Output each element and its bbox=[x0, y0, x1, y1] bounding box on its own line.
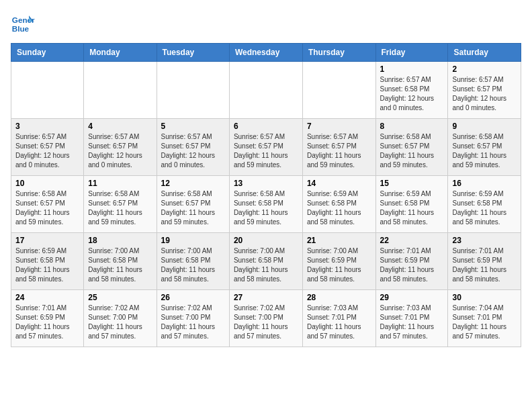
header-day-tuesday: Tuesday bbox=[157, 44, 229, 62]
day-info: Sunrise: 7:04 AMSunset: 7:01 PMDaylight:… bbox=[452, 304, 517, 341]
calendar-cell: 27Sunrise: 7:02 AMSunset: 7:00 PMDayligh… bbox=[229, 290, 302, 347]
week-row-2: 3Sunrise: 6:57 AMSunset: 6:57 PMDaylight… bbox=[11, 119, 521, 176]
day-info: Sunrise: 6:57 AMSunset: 6:57 PMDaylight:… bbox=[15, 132, 79, 170]
day-number: 25 bbox=[88, 293, 152, 302]
header-day-monday: Monday bbox=[84, 44, 157, 62]
calendar-cell: 12Sunrise: 6:58 AMSunset: 6:57 PMDayligh… bbox=[157, 176, 229, 233]
calendar-cell: 1Sunrise: 6:57 AMSunset: 6:58 PMDaylight… bbox=[375, 62, 448, 119]
week-row-4: 17Sunrise: 6:59 AMSunset: 6:58 PMDayligh… bbox=[11, 233, 521, 290]
day-number: 29 bbox=[380, 293, 444, 302]
header-day-saturday: Saturday bbox=[448, 44, 521, 62]
day-info: Sunrise: 6:58 AMSunset: 6:57 PMDaylight:… bbox=[15, 189, 79, 227]
week-row-5: 24Sunrise: 7:01 AMSunset: 6:59 PMDayligh… bbox=[11, 290, 521, 347]
day-number: 11 bbox=[88, 179, 152, 188]
day-info: Sunrise: 7:02 AMSunset: 7:00 PMDaylight:… bbox=[88, 304, 152, 341]
calendar-cell: 17Sunrise: 6:59 AMSunset: 6:58 PMDayligh… bbox=[11, 233, 84, 290]
day-info: Sunrise: 7:00 AMSunset: 6:58 PMDaylight:… bbox=[161, 246, 225, 284]
day-number: 30 bbox=[452, 293, 517, 302]
calendar-cell: 29Sunrise: 7:03 AMSunset: 7:01 PMDayligh… bbox=[375, 290, 448, 347]
day-number: 17 bbox=[15, 236, 79, 245]
calendar-cell bbox=[302, 62, 375, 119]
day-info: Sunrise: 7:03 AMSunset: 7:01 PMDaylight:… bbox=[380, 304, 444, 341]
calendar-cell: 2Sunrise: 6:57 AMSunset: 6:57 PMDaylight… bbox=[448, 62, 521, 119]
logo-icon: General Blue bbox=[11, 11, 35, 35]
day-number: 5 bbox=[161, 122, 225, 131]
day-number: 4 bbox=[88, 122, 152, 131]
day-number: 19 bbox=[161, 236, 225, 245]
calendar-cell: 11Sunrise: 6:58 AMSunset: 6:57 PMDayligh… bbox=[84, 176, 157, 233]
calendar-cell bbox=[11, 62, 84, 119]
calendar-cell: 22Sunrise: 7:01 AMSunset: 6:59 PMDayligh… bbox=[375, 233, 448, 290]
day-info: Sunrise: 6:58 AMSunset: 6:57 PMDaylight:… bbox=[380, 132, 444, 170]
day-info: Sunrise: 7:00 AMSunset: 6:58 PMDaylight:… bbox=[88, 246, 152, 284]
day-number: 12 bbox=[161, 179, 225, 188]
day-info: Sunrise: 6:57 AMSunset: 6:57 PMDaylight:… bbox=[88, 132, 152, 170]
calendar-cell: 6Sunrise: 6:57 AMSunset: 6:57 PMDaylight… bbox=[229, 119, 302, 176]
day-number: 8 bbox=[380, 122, 444, 131]
day-number: 7 bbox=[307, 122, 371, 131]
day-number: 16 bbox=[452, 179, 517, 188]
calendar-header-row: SundayMondayTuesdayWednesdayThursdayFrid… bbox=[11, 44, 521, 62]
calendar-cell: 25Sunrise: 7:02 AMSunset: 7:00 PMDayligh… bbox=[84, 290, 157, 347]
calendar-cell: 14Sunrise: 6:59 AMSunset: 6:58 PMDayligh… bbox=[302, 176, 375, 233]
svg-text:Blue: Blue bbox=[12, 24, 30, 33]
calendar-cell: 7Sunrise: 6:57 AMSunset: 6:57 PMDaylight… bbox=[302, 119, 375, 176]
day-info: Sunrise: 7:02 AMSunset: 7:00 PMDaylight:… bbox=[234, 304, 298, 341]
day-info: Sunrise: 6:59 AMSunset: 6:58 PMDaylight:… bbox=[307, 189, 371, 227]
day-number: 22 bbox=[380, 236, 444, 245]
day-info: Sunrise: 6:57 AMSunset: 6:57 PMDaylight:… bbox=[452, 75, 517, 113]
day-number: 13 bbox=[234, 179, 298, 188]
day-info: Sunrise: 6:58 AMSunset: 6:57 PMDaylight:… bbox=[88, 189, 152, 227]
calendar-cell: 20Sunrise: 7:00 AMSunset: 6:58 PMDayligh… bbox=[229, 233, 302, 290]
day-info: Sunrise: 6:59 AMSunset: 6:58 PMDaylight:… bbox=[452, 189, 517, 227]
calendar-cell bbox=[229, 62, 302, 119]
calendar-table: SundayMondayTuesdayWednesdayThursdayFrid… bbox=[11, 43, 521, 347]
calendar-cell: 19Sunrise: 7:00 AMSunset: 6:58 PMDayligh… bbox=[157, 233, 229, 290]
page-header: General Blue bbox=[11, 11, 521, 35]
calendar-cell: 5Sunrise: 6:57 AMSunset: 6:57 PMDaylight… bbox=[157, 119, 229, 176]
day-number: 15 bbox=[380, 179, 444, 188]
day-info: Sunrise: 7:02 AMSunset: 7:00 PMDaylight:… bbox=[161, 304, 225, 341]
calendar-cell: 8Sunrise: 6:58 AMSunset: 6:57 PMDaylight… bbox=[375, 119, 448, 176]
day-number: 3 bbox=[15, 122, 79, 131]
calendar-cell bbox=[157, 62, 229, 119]
day-number: 6 bbox=[234, 122, 298, 131]
day-info: Sunrise: 6:57 AMSunset: 6:57 PMDaylight:… bbox=[161, 132, 225, 170]
day-info: Sunrise: 7:01 AMSunset: 6:59 PMDaylight:… bbox=[15, 304, 79, 341]
day-info: Sunrise: 6:59 AMSunset: 6:58 PMDaylight:… bbox=[15, 246, 79, 284]
calendar-cell: 21Sunrise: 7:00 AMSunset: 6:59 PMDayligh… bbox=[302, 233, 375, 290]
calendar-cell: 24Sunrise: 7:01 AMSunset: 6:59 PMDayligh… bbox=[11, 290, 84, 347]
day-number: 21 bbox=[307, 236, 371, 245]
day-info: Sunrise: 6:58 AMSunset: 6:58 PMDaylight:… bbox=[234, 189, 298, 227]
calendar-cell: 30Sunrise: 7:04 AMSunset: 7:01 PMDayligh… bbox=[448, 290, 521, 347]
header-day-wednesday: Wednesday bbox=[229, 44, 302, 62]
day-info: Sunrise: 6:58 AMSunset: 6:57 PMDaylight:… bbox=[452, 132, 517, 170]
calendar-cell: 23Sunrise: 7:01 AMSunset: 6:59 PMDayligh… bbox=[448, 233, 521, 290]
day-number: 26 bbox=[161, 293, 225, 302]
calendar-cell: 13Sunrise: 6:58 AMSunset: 6:58 PMDayligh… bbox=[229, 176, 302, 233]
day-info: Sunrise: 7:01 AMSunset: 6:59 PMDaylight:… bbox=[380, 246, 444, 284]
day-number: 27 bbox=[234, 293, 298, 302]
week-row-1: 1Sunrise: 6:57 AMSunset: 6:58 PMDaylight… bbox=[11, 62, 521, 119]
day-number: 9 bbox=[452, 122, 517, 131]
day-info: Sunrise: 6:57 AMSunset: 6:57 PMDaylight:… bbox=[307, 132, 371, 170]
week-row-3: 10Sunrise: 6:58 AMSunset: 6:57 PMDayligh… bbox=[11, 176, 521, 233]
calendar-cell: 18Sunrise: 7:00 AMSunset: 6:58 PMDayligh… bbox=[84, 233, 157, 290]
day-info: Sunrise: 7:00 AMSunset: 6:59 PMDaylight:… bbox=[307, 246, 371, 284]
header-day-friday: Friday bbox=[375, 44, 448, 62]
day-info: Sunrise: 7:01 AMSunset: 6:59 PMDaylight:… bbox=[452, 246, 517, 284]
header-day-thursday: Thursday bbox=[302, 44, 375, 62]
day-number: 18 bbox=[88, 236, 152, 245]
day-number: 24 bbox=[15, 293, 79, 302]
day-number: 1 bbox=[380, 64, 444, 74]
day-number: 2 bbox=[452, 64, 517, 74]
day-info: Sunrise: 7:03 AMSunset: 7:01 PMDaylight:… bbox=[307, 304, 371, 341]
calendar-cell: 9Sunrise: 6:58 AMSunset: 6:57 PMDaylight… bbox=[448, 119, 521, 176]
day-info: Sunrise: 7:00 AMSunset: 6:58 PMDaylight:… bbox=[234, 246, 298, 284]
day-info: Sunrise: 6:59 AMSunset: 6:58 PMDaylight:… bbox=[380, 189, 444, 227]
header-day-sunday: Sunday bbox=[11, 44, 84, 62]
calendar-cell: 15Sunrise: 6:59 AMSunset: 6:58 PMDayligh… bbox=[375, 176, 448, 233]
calendar-cell: 28Sunrise: 7:03 AMSunset: 7:01 PMDayligh… bbox=[302, 290, 375, 347]
calendar-cell: 4Sunrise: 6:57 AMSunset: 6:57 PMDaylight… bbox=[84, 119, 157, 176]
day-number: 23 bbox=[452, 236, 517, 245]
